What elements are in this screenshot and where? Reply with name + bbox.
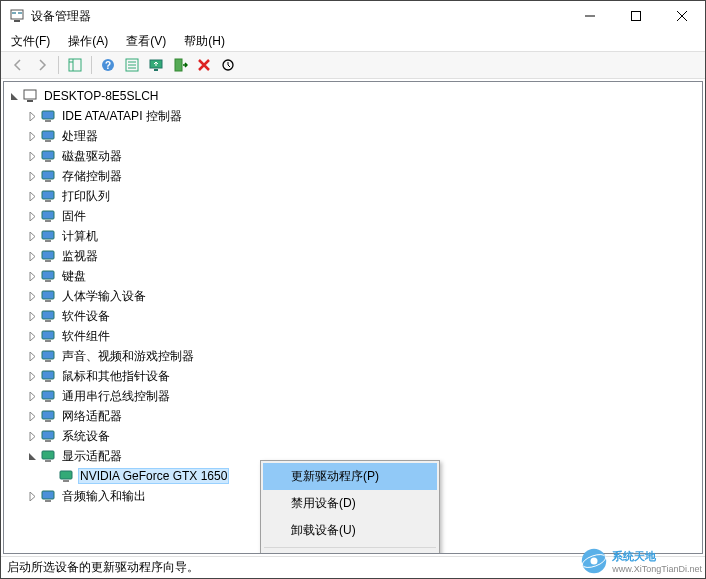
expander-icon[interactable] — [24, 448, 40, 464]
expander-icon[interactable] — [24, 288, 40, 304]
menu-action[interactable]: 操作(A) — [64, 32, 112, 51]
svg-rect-62 — [45, 500, 51, 502]
tree-node[interactable]: 打印队列 — [4, 186, 702, 206]
expander-icon[interactable] — [24, 248, 40, 264]
device-category-icon — [40, 108, 56, 124]
tree-node[interactable]: 人体学输入设备 — [4, 286, 702, 306]
tree-node[interactable]: 软件组件 — [4, 326, 702, 346]
expander-icon[interactable] — [24, 128, 40, 144]
context-menu-uninstall[interactable]: 卸载设备(U) — [263, 517, 437, 544]
svg-rect-18 — [154, 69, 158, 71]
svg-rect-26 — [45, 140, 51, 142]
close-button[interactable] — [659, 1, 705, 31]
device-category-icon — [40, 208, 56, 224]
menu-help[interactable]: 帮助(H) — [180, 32, 229, 51]
tree-node-label: 键盘 — [60, 267, 88, 286]
disable-button[interactable] — [169, 54, 191, 76]
tree-node[interactable]: 声音、视频和游戏控制器 — [4, 346, 702, 366]
device-category-icon — [40, 328, 56, 344]
expander-icon[interactable] — [24, 228, 40, 244]
forward-button[interactable] — [31, 54, 53, 76]
tree-node-label: 打印队列 — [60, 187, 112, 206]
expander-icon[interactable] — [24, 348, 40, 364]
tree-node[interactable]: 监视器 — [4, 246, 702, 266]
svg-rect-5 — [632, 12, 641, 21]
menubar: 文件(F) 操作(A) 查看(V) 帮助(H) — [1, 31, 705, 51]
svg-rect-60 — [63, 480, 69, 482]
minimize-button[interactable] — [567, 1, 613, 31]
device-category-icon — [40, 368, 56, 384]
tree-node[interactable]: 计算机 — [4, 226, 702, 246]
svg-rect-29 — [42, 171, 54, 179]
svg-rect-52 — [45, 400, 51, 402]
context-menu-separator — [264, 547, 436, 548]
tree-area[interactable]: DESKTOP-8E5SLCHIDE ATA/ATAPI 控制器处理器磁盘驱动器… — [3, 81, 703, 554]
scan-hardware-button[interactable] — [217, 54, 239, 76]
tree-node[interactable]: 处理器 — [4, 126, 702, 146]
tree-node[interactable]: 通用串行总线控制器 — [4, 386, 702, 406]
tree-node[interactable]: 键盘 — [4, 266, 702, 286]
device-category-icon — [40, 428, 56, 444]
expander-icon[interactable] — [24, 488, 40, 504]
expander-icon[interactable] — [24, 388, 40, 404]
svg-rect-38 — [45, 260, 51, 262]
expander-icon[interactable] — [24, 148, 40, 164]
expander-icon[interactable] — [24, 328, 40, 344]
display-adapter-icon — [40, 448, 56, 464]
expander-icon[interactable] — [24, 308, 40, 324]
svg-rect-42 — [45, 300, 51, 302]
tree-node[interactable]: 鼠标和其他指针设备 — [4, 366, 702, 386]
svg-rect-47 — [42, 351, 54, 359]
tree-node-label: 存储控制器 — [60, 167, 124, 186]
help-button[interactable]: ? — [97, 54, 119, 76]
update-driver-button[interactable] — [145, 54, 167, 76]
svg-rect-30 — [45, 180, 51, 182]
device-category-icon — [40, 148, 56, 164]
expander-icon[interactable] — [24, 188, 40, 204]
expander-icon[interactable] — [24, 208, 40, 224]
tree-node-label: 声音、视频和游戏控制器 — [60, 347, 196, 366]
menu-file[interactable]: 文件(F) — [7, 32, 54, 51]
expander-icon[interactable] — [24, 408, 40, 424]
maximize-button[interactable] — [613, 1, 659, 31]
device-category-icon — [40, 128, 56, 144]
properties-button[interactable] — [121, 54, 143, 76]
expander-icon[interactable] — [24, 108, 40, 124]
expander-icon[interactable] — [24, 168, 40, 184]
tree-node[interactable]: 磁盘驱动器 — [4, 146, 702, 166]
svg-rect-59 — [60, 471, 72, 479]
svg-rect-33 — [42, 211, 54, 219]
expander-icon[interactable] — [24, 428, 40, 444]
svg-rect-50 — [45, 380, 51, 382]
tree-node[interactable]: 固件 — [4, 206, 702, 226]
expander-icon[interactable] — [6, 88, 22, 104]
uninstall-button[interactable] — [193, 54, 215, 76]
tree-node-label: 处理器 — [60, 127, 100, 146]
svg-rect-35 — [42, 231, 54, 239]
show-hide-tree-button[interactable] — [64, 54, 86, 76]
tree-node[interactable]: 存储控制器 — [4, 166, 702, 186]
expander-icon[interactable] — [24, 368, 40, 384]
tree-node[interactable]: 软件设备 — [4, 306, 702, 326]
expander-icon[interactable] — [24, 268, 40, 284]
tree-node[interactable]: 系统设备 — [4, 426, 702, 446]
back-button[interactable] — [7, 54, 29, 76]
tree-root[interactable]: DESKTOP-8E5SLCH — [4, 86, 702, 106]
device-category-icon — [40, 388, 56, 404]
audio-icon — [40, 488, 56, 504]
device-category-icon — [40, 308, 56, 324]
context-menu-scan[interactable]: 扫描检测硬件改动(A) — [263, 551, 437, 554]
svg-rect-51 — [42, 391, 54, 399]
context-menu-update-driver[interactable]: 更新驱动程序(P) — [263, 463, 437, 490]
tree-node-label: 磁盘驱动器 — [60, 147, 124, 166]
tree-node[interactable]: IDE ATA/ATAPI 控制器 — [4, 106, 702, 126]
tree-node-label: 软件组件 — [60, 327, 112, 346]
app-icon — [9, 8, 25, 24]
tree-node[interactable]: 网络适配器 — [4, 406, 702, 426]
context-menu-disable[interactable]: 禁用设备(D) — [263, 490, 437, 517]
status-text: 启动所选设备的更新驱动程序向导。 — [7, 559, 199, 576]
svg-rect-37 — [42, 251, 54, 259]
device-category-icon — [40, 168, 56, 184]
svg-rect-25 — [42, 131, 54, 139]
menu-view[interactable]: 查看(V) — [122, 32, 170, 51]
